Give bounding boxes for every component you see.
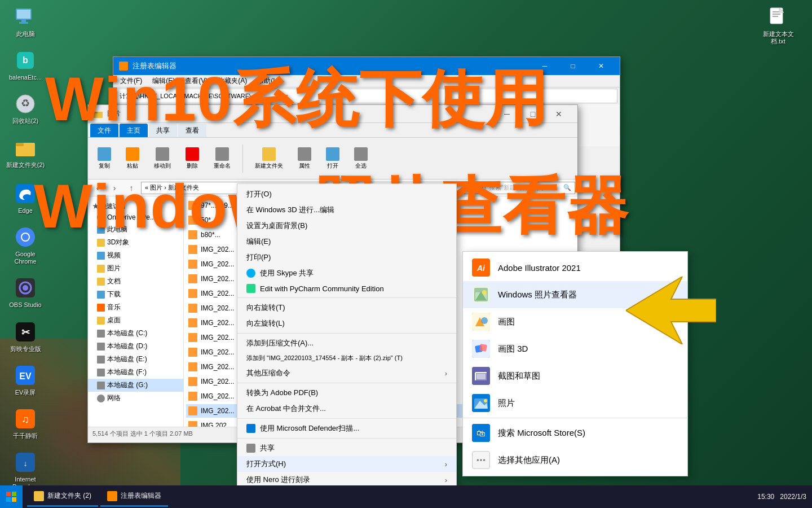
ribbon-btn-paste[interactable]: 粘贴: [121, 144, 144, 173]
start-button[interactable]: [0, 485, 23, 508]
file-icon: [188, 230, 197, 239]
context-menu: 打开(O) 在 Windows 3D 进行...编辑 设置为桌面背景(B) 编辑…: [237, 183, 457, 508]
taskbar-newfolder[interactable]: 新建文件夹 (2): [27, 487, 98, 507]
openwith-snip[interactable]: 截图和草图: [463, 362, 687, 389]
nero-arrow: ›: [445, 476, 447, 484]
ribbon-btn-delete[interactable]: 删除: [180, 144, 204, 173]
registry-maximize[interactable]: □: [560, 57, 586, 75]
explorer-minimize[interactable]: ─: [494, 105, 520, 123]
registry-menu-edit[interactable]: 编辑(E): [148, 75, 179, 87]
search-bar[interactable]: 搜索"新建文件夹 (2)" 🔍: [485, 182, 575, 194]
ctx-rotate-left[interactable]: 向左旋转(L): [237, 316, 456, 331]
desktop-icon-pc[interactable]: 此电脑: [6, 6, 45, 38]
registry-title: 注册表编辑器: [133, 61, 176, 71]
registry-menu-help[interactable]: 帮助(H): [253, 75, 285, 87]
ctx-edit[interactable]: 编辑(E): [237, 234, 456, 249]
sidebar-c[interactable]: 本地磁盘 (C:): [88, 327, 183, 340]
ribbon-tab-home[interactable]: 主页: [120, 124, 148, 137]
sidebar-docs[interactable]: 文档: [88, 275, 183, 288]
nav-back[interactable]: ‹: [90, 182, 105, 194]
jianying-icon: ✂: [14, 321, 37, 343]
nav-up[interactable]: ↑: [124, 182, 139, 194]
svg-rect-9: [16, 143, 24, 146]
ribbon-btn-select[interactable]: 全选: [349, 144, 373, 173]
sidebar-f[interactable]: 本地磁盘 (F:): [88, 366, 183, 379]
sidebar-3d[interactable]: 3D对象: [88, 236, 183, 249]
sidebar-e[interactable]: 本地磁盘 (E:): [88, 353, 183, 366]
ctx-setwallpaper[interactable]: 设置为桌面背景(B): [237, 218, 456, 234]
registry-minimize[interactable]: ─: [532, 57, 558, 75]
svg-rect-3: [19, 22, 28, 24]
sidebar-d[interactable]: 本地磁盘 (D:): [88, 340, 183, 353]
ctx-convert-pdf[interactable]: 转换为 Adobe PDF(B): [237, 385, 456, 401]
sidebar-desktop[interactable]: 桌面: [88, 314, 183, 327]
desktop-icon-edge[interactable]: Edge: [6, 182, 45, 214]
svg-point-16: [23, 285, 28, 291]
recycle-icon: ♻: [14, 93, 37, 115]
ribbon-btn-move[interactable]: 移动到: [149, 144, 176, 173]
ctx-add-zip2[interactable]: 添加到 "IMG_20220103_174554 - 副本 - 副本 (2).z…: [237, 351, 456, 365]
svg-text:↓: ↓: [24, 459, 28, 468]
sidebar-pictures[interactable]: 图片: [88, 262, 183, 275]
taskbar-right: 15:30 2022/1/3: [752, 493, 812, 501]
openwith-store[interactable]: 🛍 搜索 Microsoft Store(S): [463, 419, 687, 446]
desktop-icon-jianying[interactable]: ✂ 剪映专业版: [6, 321, 45, 353]
ctx-win3d[interactable]: 在 Windows 3D 进行...编辑: [237, 202, 456, 218]
explorer-maximize[interactable]: □: [520, 105, 546, 123]
ctx-openwith[interactable]: 打开方式(H) ›: [237, 456, 456, 472]
taskbar-regedit[interactable]: 注册表编辑器: [100, 487, 168, 507]
ctx-other-zip[interactable]: 其他压缩命令›: [237, 365, 456, 381]
sidebar-thispc[interactable]: 此电脑: [88, 223, 183, 236]
ctx-share[interactable]: 共享: [237, 440, 456, 456]
file-icon: [188, 216, 197, 225]
ctx-acrobat[interactable]: 在 Acrobat 中合并文件...: [237, 401, 456, 417]
sidebar-network[interactable]: 网络: [88, 392, 183, 405]
ctx-add-zip[interactable]: 添加到压缩文件(A)...: [237, 335, 456, 351]
openwith-more[interactable]: 选择其他应用(A): [463, 446, 687, 474]
openwith-photos[interactable]: 照片: [463, 389, 687, 417]
ribbon-tab-share[interactable]: 共享: [149, 124, 177, 137]
paint3d-label: 画图 3D: [498, 344, 528, 354]
sidebar-onedrive[interactable]: OneDrive - Pe...: [88, 212, 183, 223]
ctx-defender[interactable]: 使用 Microsoft Defender扫描...: [237, 421, 456, 436]
ribbon-btn-newfolder[interactable]: 新建文件夹: [250, 144, 288, 173]
snip-label: 截图和草图: [498, 371, 540, 382]
ribbon-btn-properties[interactable]: 属性: [293, 144, 316, 173]
ribbon-btn-open[interactable]: 打开: [321, 144, 345, 173]
nav-forward[interactable]: ›: [107, 182, 122, 194]
yellow-arrow: [626, 277, 716, 344]
ctx-print[interactable]: 打印(P): [237, 249, 456, 265]
file-icon: [188, 348, 197, 357]
ctx-rotate-right[interactable]: 向右旋转(T): [237, 300, 456, 316]
sidebar-g[interactable]: 本地磁盘 (G:): [88, 379, 183, 392]
desktop-icon-internet[interactable]: ↓ Internet Downlo...: [6, 451, 45, 491]
ctx-pycharm[interactable]: Edit with PyCharm Community Edition: [237, 281, 456, 296]
ribbon-tab-view[interactable]: 查看: [178, 124, 206, 137]
sidebar-music[interactable]: 音乐: [88, 301, 183, 314]
sidebar-video[interactable]: 视频: [88, 249, 183, 262]
ribbon-btn-rename[interactable]: 重命名: [209, 144, 236, 173]
desktop-icon-recycle[interactable]: ♻ 回收站(2): [6, 93, 45, 125]
registry-menu-favorites[interactable]: 收藏夹(A): [213, 75, 251, 87]
desktop-icon-balena[interactable]: b balenaEtc...: [6, 49, 45, 81]
explorer-close[interactable]: ✕: [546, 105, 572, 123]
registry-close[interactable]: ✕: [588, 57, 614, 75]
ctx-open[interactable]: 打开(O): [237, 186, 456, 202]
registry-menu-file[interactable]: 文件(F): [116, 75, 147, 87]
ribbon-btn-copy[interactable]: 复制: [92, 144, 116, 173]
svg-text:✂: ✂: [21, 327, 30, 338]
c-drive-icon: [97, 330, 105, 338]
ctx-skype[interactable]: 使用 Skype 共享: [237, 265, 456, 281]
sidebar-downloads[interactable]: 下载: [88, 288, 183, 301]
desktop-icon-chrome[interactable]: Google Chrome: [6, 226, 45, 265]
desktop-icon-ev[interactable]: EV EV录屏: [6, 364, 45, 396]
desktop-icon-qianqian[interactable]: ♫ 千千静听: [6, 408, 45, 440]
svg-point-61: [483, 459, 486, 461]
desktop-icon-textfile[interactable]: 新建文本文档.txt: [756, 6, 801, 45]
ribbon-tab-file[interactable]: 文件: [90, 124, 118, 137]
file-icon: [188, 245, 197, 254]
taskbar: 新建文件夹 (2) 注册表编辑器 15:30 2022/1/3: [0, 485, 812, 508]
desktop-icon-newfolder2[interactable]: 新建文件夹(2): [6, 137, 45, 169]
registry-menu-view[interactable]: 查看(V): [180, 75, 212, 87]
desktop-icon-obs[interactable]: OBS Studio: [6, 277, 45, 309]
